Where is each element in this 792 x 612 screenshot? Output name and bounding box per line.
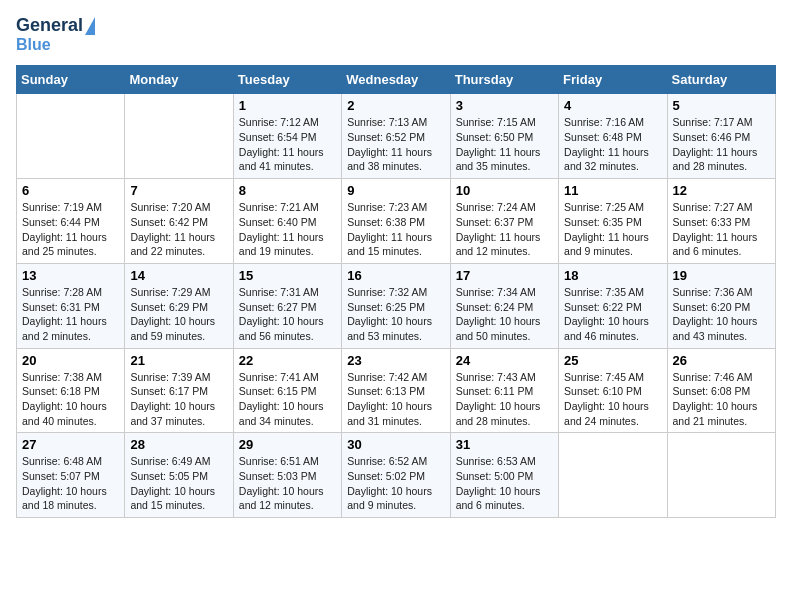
calendar-cell: 10Sunrise: 7:24 AM Sunset: 6:37 PM Dayli… (450, 179, 558, 264)
day-number: 14 (130, 268, 227, 283)
day-number: 20 (22, 353, 119, 368)
day-number: 18 (564, 268, 661, 283)
calendar-cell: 15Sunrise: 7:31 AM Sunset: 6:27 PM Dayli… (233, 263, 341, 348)
cell-content: Sunrise: 7:17 AM Sunset: 6:46 PM Dayligh… (673, 115, 770, 174)
calendar-week-row: 13Sunrise: 7:28 AM Sunset: 6:31 PM Dayli… (17, 263, 776, 348)
day-number: 13 (22, 268, 119, 283)
calendar-cell: 3Sunrise: 7:15 AM Sunset: 6:50 PM Daylig… (450, 94, 558, 179)
day-number: 31 (456, 437, 553, 452)
day-number: 30 (347, 437, 444, 452)
calendar-cell: 18Sunrise: 7:35 AM Sunset: 6:22 PM Dayli… (559, 263, 667, 348)
day-number: 16 (347, 268, 444, 283)
day-number: 7 (130, 183, 227, 198)
cell-content: Sunrise: 7:24 AM Sunset: 6:37 PM Dayligh… (456, 200, 553, 259)
cell-content: Sunrise: 6:49 AM Sunset: 5:05 PM Dayligh… (130, 454, 227, 513)
header-saturday: Saturday (667, 66, 775, 94)
day-number: 4 (564, 98, 661, 113)
calendar-cell: 12Sunrise: 7:27 AM Sunset: 6:33 PM Dayli… (667, 179, 775, 264)
cell-content: Sunrise: 7:41 AM Sunset: 6:15 PM Dayligh… (239, 370, 336, 429)
calendar-cell: 13Sunrise: 7:28 AM Sunset: 6:31 PM Dayli… (17, 263, 125, 348)
cell-content: Sunrise: 7:32 AM Sunset: 6:25 PM Dayligh… (347, 285, 444, 344)
calendar-cell: 7Sunrise: 7:20 AM Sunset: 6:42 PM Daylig… (125, 179, 233, 264)
cell-content: Sunrise: 7:39 AM Sunset: 6:17 PM Dayligh… (130, 370, 227, 429)
calendar-cell (17, 94, 125, 179)
calendar-cell: 16Sunrise: 7:32 AM Sunset: 6:25 PM Dayli… (342, 263, 450, 348)
header-monday: Monday (125, 66, 233, 94)
day-number: 28 (130, 437, 227, 452)
calendar-cell: 1Sunrise: 7:12 AM Sunset: 6:54 PM Daylig… (233, 94, 341, 179)
calendar-cell: 31Sunrise: 6:53 AM Sunset: 5:00 PM Dayli… (450, 433, 558, 518)
cell-content: Sunrise: 7:46 AM Sunset: 6:08 PM Dayligh… (673, 370, 770, 429)
cell-content: Sunrise: 7:28 AM Sunset: 6:31 PM Dayligh… (22, 285, 119, 344)
calendar-week-row: 20Sunrise: 7:38 AM Sunset: 6:18 PM Dayli… (17, 348, 776, 433)
calendar-cell: 9Sunrise: 7:23 AM Sunset: 6:38 PM Daylig… (342, 179, 450, 264)
day-number: 19 (673, 268, 770, 283)
cell-content: Sunrise: 6:53 AM Sunset: 5:00 PM Dayligh… (456, 454, 553, 513)
calendar-cell: 6Sunrise: 7:19 AM Sunset: 6:44 PM Daylig… (17, 179, 125, 264)
day-number: 26 (673, 353, 770, 368)
cell-content: Sunrise: 7:42 AM Sunset: 6:13 PM Dayligh… (347, 370, 444, 429)
day-number: 8 (239, 183, 336, 198)
day-number: 5 (673, 98, 770, 113)
calendar-cell (125, 94, 233, 179)
calendar-week-row: 6Sunrise: 7:19 AM Sunset: 6:44 PM Daylig… (17, 179, 776, 264)
calendar-cell: 29Sunrise: 6:51 AM Sunset: 5:03 PM Dayli… (233, 433, 341, 518)
header-friday: Friday (559, 66, 667, 94)
calendar-cell: 20Sunrise: 7:38 AM Sunset: 6:18 PM Dayli… (17, 348, 125, 433)
cell-content: Sunrise: 7:45 AM Sunset: 6:10 PM Dayligh… (564, 370, 661, 429)
cell-content: Sunrise: 6:52 AM Sunset: 5:02 PM Dayligh… (347, 454, 444, 513)
day-number: 1 (239, 98, 336, 113)
calendar-header-row: SundayMondayTuesdayWednesdayThursdayFrid… (17, 66, 776, 94)
cell-content: Sunrise: 7:27 AM Sunset: 6:33 PM Dayligh… (673, 200, 770, 259)
calendar-table: SundayMondayTuesdayWednesdayThursdayFrid… (16, 65, 776, 518)
header-thursday: Thursday (450, 66, 558, 94)
cell-content: Sunrise: 7:25 AM Sunset: 6:35 PM Dayligh… (564, 200, 661, 259)
calendar-week-row: 1Sunrise: 7:12 AM Sunset: 6:54 PM Daylig… (17, 94, 776, 179)
calendar-week-row: 27Sunrise: 6:48 AM Sunset: 5:07 PM Dayli… (17, 433, 776, 518)
day-number: 6 (22, 183, 119, 198)
calendar-cell: 25Sunrise: 7:45 AM Sunset: 6:10 PM Dayli… (559, 348, 667, 433)
day-number: 9 (347, 183, 444, 198)
logo: General Blue (16, 16, 95, 53)
cell-content: Sunrise: 6:48 AM Sunset: 5:07 PM Dayligh… (22, 454, 119, 513)
page-header: General Blue (16, 16, 776, 53)
calendar-cell: 14Sunrise: 7:29 AM Sunset: 6:29 PM Dayli… (125, 263, 233, 348)
day-number: 17 (456, 268, 553, 283)
calendar-cell: 26Sunrise: 7:46 AM Sunset: 6:08 PM Dayli… (667, 348, 775, 433)
cell-content: Sunrise: 7:31 AM Sunset: 6:27 PM Dayligh… (239, 285, 336, 344)
calendar-cell (667, 433, 775, 518)
cell-content: Sunrise: 6:51 AM Sunset: 5:03 PM Dayligh… (239, 454, 336, 513)
logo-blue: Blue (16, 36, 51, 54)
header-wednesday: Wednesday (342, 66, 450, 94)
cell-content: Sunrise: 7:13 AM Sunset: 6:52 PM Dayligh… (347, 115, 444, 174)
header-tuesday: Tuesday (233, 66, 341, 94)
day-number: 27 (22, 437, 119, 452)
cell-content: Sunrise: 7:35 AM Sunset: 6:22 PM Dayligh… (564, 285, 661, 344)
day-number: 29 (239, 437, 336, 452)
calendar-cell: 2Sunrise: 7:13 AM Sunset: 6:52 PM Daylig… (342, 94, 450, 179)
calendar-cell: 28Sunrise: 6:49 AM Sunset: 5:05 PM Dayli… (125, 433, 233, 518)
cell-content: Sunrise: 7:15 AM Sunset: 6:50 PM Dayligh… (456, 115, 553, 174)
calendar-cell: 17Sunrise: 7:34 AM Sunset: 6:24 PM Dayli… (450, 263, 558, 348)
cell-content: Sunrise: 7:38 AM Sunset: 6:18 PM Dayligh… (22, 370, 119, 429)
calendar-cell: 24Sunrise: 7:43 AM Sunset: 6:11 PM Dayli… (450, 348, 558, 433)
day-number: 3 (456, 98, 553, 113)
calendar-cell: 23Sunrise: 7:42 AM Sunset: 6:13 PM Dayli… (342, 348, 450, 433)
calendar-cell: 21Sunrise: 7:39 AM Sunset: 6:17 PM Dayli… (125, 348, 233, 433)
cell-content: Sunrise: 7:12 AM Sunset: 6:54 PM Dayligh… (239, 115, 336, 174)
calendar-cell: 30Sunrise: 6:52 AM Sunset: 5:02 PM Dayli… (342, 433, 450, 518)
calendar-cell: 4Sunrise: 7:16 AM Sunset: 6:48 PM Daylig… (559, 94, 667, 179)
calendar-cell: 11Sunrise: 7:25 AM Sunset: 6:35 PM Dayli… (559, 179, 667, 264)
calendar-cell: 22Sunrise: 7:41 AM Sunset: 6:15 PM Dayli… (233, 348, 341, 433)
day-number: 2 (347, 98, 444, 113)
header-sunday: Sunday (17, 66, 125, 94)
calendar-cell (559, 433, 667, 518)
cell-content: Sunrise: 7:36 AM Sunset: 6:20 PM Dayligh… (673, 285, 770, 344)
cell-content: Sunrise: 7:34 AM Sunset: 6:24 PM Dayligh… (456, 285, 553, 344)
cell-content: Sunrise: 7:16 AM Sunset: 6:48 PM Dayligh… (564, 115, 661, 174)
calendar-cell: 5Sunrise: 7:17 AM Sunset: 6:46 PM Daylig… (667, 94, 775, 179)
day-number: 24 (456, 353, 553, 368)
day-number: 10 (456, 183, 553, 198)
day-number: 12 (673, 183, 770, 198)
cell-content: Sunrise: 7:29 AM Sunset: 6:29 PM Dayligh… (130, 285, 227, 344)
